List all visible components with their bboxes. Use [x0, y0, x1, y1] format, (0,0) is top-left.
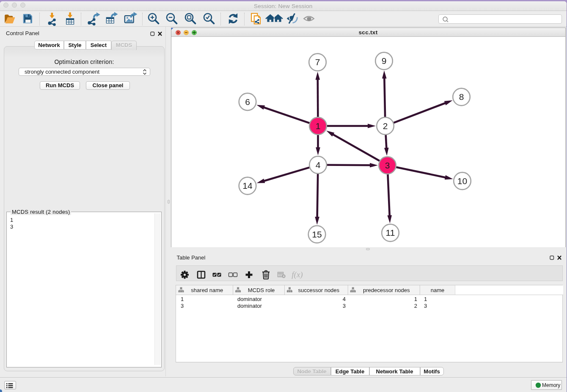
svg-text:9: 9 — [381, 56, 386, 66]
svg-text:15: 15 — [312, 229, 322, 239]
svg-text:successor nodes: successor nodes — [298, 287, 340, 293]
svg-text:name: name — [431, 287, 445, 293]
svg-text:1: 1 — [315, 121, 320, 130]
svg-text:f(x): f(x) — [292, 270, 303, 279]
svg-text:MCDS role: MCDS role — [248, 287, 275, 293]
svg-text:4: 4 — [315, 160, 320, 169]
svg-text:8: 8 — [459, 92, 464, 102]
svg-text:shared name: shared name — [191, 287, 223, 293]
svg-text:3: 3 — [385, 160, 390, 170]
svg-text:10: 10 — [457, 176, 467, 185]
svg-text:2: 2 — [383, 121, 388, 130]
svg-text:7: 7 — [315, 57, 320, 67]
svg-text:predecessor nodes: predecessor nodes — [363, 287, 410, 293]
svg-text:6: 6 — [245, 97, 250, 106]
svg-text:14: 14 — [242, 181, 253, 190]
svg-text:11: 11 — [385, 228, 395, 237]
